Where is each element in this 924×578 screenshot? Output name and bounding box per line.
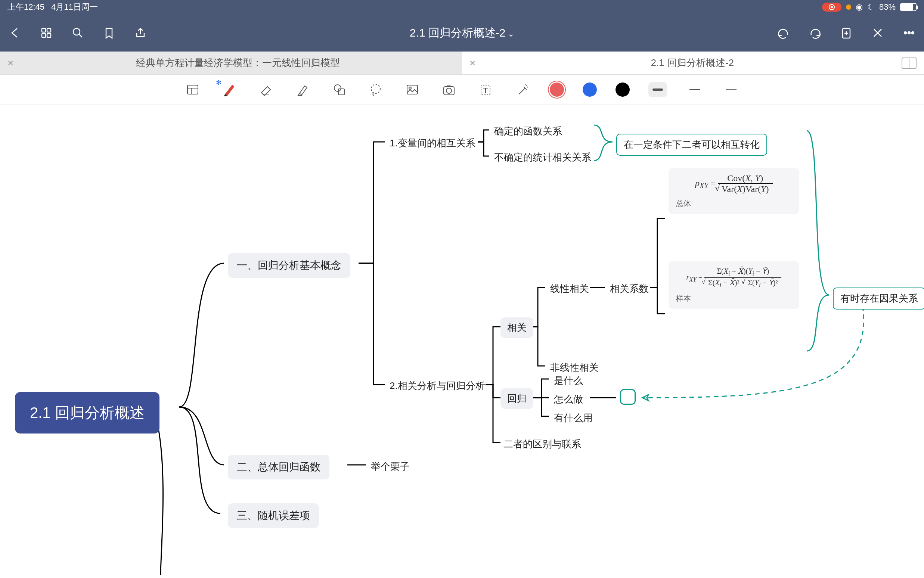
stroke-thin[interactable] [722, 81, 740, 99]
highlighter-tool-icon[interactable] [294, 81, 312, 99]
formula-label: 样本 [676, 294, 792, 304]
bookmark-icon[interactable] [102, 25, 117, 40]
svg-point-18 [446, 88, 451, 93]
split-view-icon[interactable] [901, 57, 916, 69]
back-button[interactable] [8, 25, 23, 40]
search-icon[interactable] [70, 25, 85, 40]
svg-rect-2 [42, 28, 45, 32]
svg-point-10 [912, 32, 914, 34]
color-blue[interactable] [583, 83, 597, 97]
node-deterministic[interactable]: 确定的函数关系 [491, 123, 565, 139]
svg-rect-15 [407, 85, 417, 94]
svg-point-6 [73, 28, 80, 35]
privacy-dot-icon [846, 5, 851, 10]
node-linear-corr[interactable]: 线性相关 [547, 281, 592, 297]
grid-icon[interactable] [39, 25, 54, 40]
svg-point-16 [409, 87, 411, 89]
redo-button[interactable] [807, 25, 822, 40]
shapes-tool-icon[interactable] [330, 81, 348, 99]
status-date: 4月11日周一 [51, 2, 98, 13]
tab-title: 2.1 回归分析概述-2 [483, 56, 901, 70]
undo-button[interactable] [776, 25, 791, 40]
node-convertible-note[interactable]: 在一定条件下二者可以相互转化 [616, 134, 767, 156]
eraser-tool-icon[interactable] [257, 81, 275, 99]
share-icon[interactable] [133, 25, 148, 40]
node-diff-similarity[interactable]: 二者的区别与联系 [500, 436, 584, 452]
node-statistical[interactable]: 不确定的统计相关关系 [491, 149, 594, 166]
node-formula-population[interactable]: ρXY = Cov(X, Y)Var(X)Var(Y) 总体 [669, 168, 799, 214]
node-example[interactable]: 举个栗子 [368, 458, 413, 474]
node-error-term[interactable]: 三、随机误差项 [228, 503, 319, 528]
tab-close-icon[interactable]: × [8, 57, 13, 69]
moon-icon: ☾ [867, 2, 875, 12]
svg-point-9 [908, 32, 910, 34]
svg-point-8 [904, 32, 906, 34]
node-causal-note[interactable]: 有时存在因果关系 [833, 287, 924, 310]
svg-rect-3 [47, 28, 51, 32]
mindmap-canvas[interactable]: 2.1 回归分析概述 一、回归分析基本概念 二、总体回归函数 三、随机误差项 1… [0, 104, 924, 578]
camera-tool-icon[interactable] [440, 81, 458, 99]
svg-rect-5 [47, 34, 51, 37]
stroke-medium[interactable] [686, 81, 704, 99]
svg-rect-4 [42, 34, 45, 37]
tab-close-icon[interactable]: × [469, 57, 476, 69]
svg-rect-13 [338, 89, 344, 95]
screen-record-indicator[interactable] [822, 3, 841, 11]
image-tool-icon[interactable] [403, 81, 421, 99]
node-how[interactable]: 怎么做 [551, 391, 586, 408]
node-population-regression[interactable]: 二、总体回归函数 [228, 455, 330, 479]
node-basic-concepts[interactable]: 一、回归分析基本概念 [228, 253, 350, 278]
node-what[interactable]: 是什么 [551, 373, 586, 389]
stroke-thick[interactable] [648, 82, 667, 97]
wifi-icon: ◉ [856, 2, 863, 12]
more-icon[interactable] [901, 25, 916, 40]
svg-point-14 [371, 84, 380, 93]
bluetooth-icon: ✻ [216, 78, 221, 87]
node-root[interactable]: 2.1 回归分析概述 [15, 392, 159, 434]
tab-active[interactable]: × 2.1 回归分析概述-2 [462, 52, 924, 74]
svg-point-12 [334, 85, 341, 91]
pen-tool-icon[interactable]: ✻ [220, 81, 238, 99]
node-correlation[interactable]: 相关 [500, 317, 533, 338]
node-formula-sample[interactable]: rXY = Σ(Xi − X̄)(Yi − Ȳ)Σ(Xi − X̄)² · Σ(… [669, 261, 799, 309]
close-icon[interactable] [870, 25, 885, 40]
node-corr-vs-regression[interactable]: 2.相关分析与回归分析 [386, 378, 488, 394]
node-why[interactable]: 有什么用 [551, 410, 596, 426]
template-tool-icon[interactable] [184, 81, 202, 99]
document-title[interactable]: 2.1 回归分析概述-2⌄ [148, 25, 776, 41]
status-bar: 上午12:45 4月11日周一 ◉ ☾ 83% [0, 0, 924, 14]
color-red[interactable] [550, 83, 564, 97]
tool-bar: ✻ [0, 75, 924, 104]
node-var-relations[interactable]: 1.变量间的相互关系 [386, 135, 478, 151]
chevron-down-icon: ⌄ [508, 29, 514, 39]
battery-icon [900, 3, 916, 11]
lasso-tool-icon[interactable] [367, 81, 385, 99]
node-empty-target[interactable] [620, 389, 636, 405]
svg-rect-11 [187, 85, 198, 94]
battery-percent: 83% [879, 2, 896, 12]
tab-inactive[interactable]: × 经典单方程计量经济学模型：一元线性回归模型 [0, 52, 462, 74]
formula-label: 总体 [676, 199, 792, 209]
status-time: 上午12:45 [8, 2, 44, 13]
svg-point-1 [831, 6, 833, 8]
node-corr-coef[interactable]: 相关系数 [607, 281, 652, 297]
tab-title: 经典单方程计量经济学模型：一元线性回归模型 [21, 56, 455, 70]
node-regression[interactable]: 回归 [500, 388, 533, 409]
magic-tool-icon[interactable] [513, 81, 531, 99]
tab-bar: × 经典单方程计量经济学模型：一元线性回归模型 × 2.1 回归分析概述-2 [0, 52, 924, 75]
nav-bar: 2.1 回归分析概述-2⌄ [0, 14, 924, 52]
text-tool-icon[interactable] [477, 81, 494, 99]
add-page-icon[interactable] [839, 25, 854, 40]
color-black[interactable] [615, 83, 630, 97]
